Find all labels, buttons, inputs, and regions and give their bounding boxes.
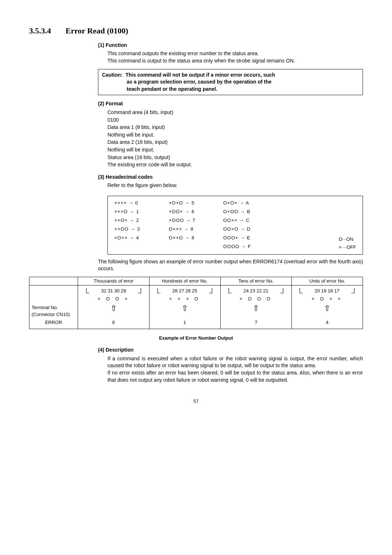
- figure-caption: Example of Error Number Output: [29, 335, 363, 341]
- up-arrow-icon: ⇧: [253, 304, 259, 313]
- heading-function: (1) Function: [98, 42, 363, 49]
- svg-text:20 19 18 17: 20 19 18 17: [315, 288, 340, 293]
- side2: (Connector CN10): [32, 312, 70, 317]
- arrow-cell: ⇧: [220, 304, 291, 318]
- hx: ×××O → 1: [114, 208, 158, 216]
- hx: OO×× → C: [223, 217, 267, 224]
- up-arrow-icon: ⇧: [324, 304, 330, 313]
- col-te: Tens of error No.: [220, 277, 291, 285]
- hex-col2: ×O×O → 5 ×OO× → 6 ×OOO → 7 O××× → 8 O××O…: [169, 200, 212, 251]
- pat-un: × O × ×: [291, 295, 363, 304]
- val-te: 7: [220, 319, 291, 329]
- hex-col3: O×O× → A O×OO → B OO×× → C OO×O → D OOO×…: [223, 200, 267, 251]
- hex-intro: Refer to the figure given below.: [107, 182, 363, 189]
- fmt-4: Data area 2 (16 bits, input): [107, 139, 363, 146]
- caution-box: Caution: This command will not be output…: [98, 69, 363, 96]
- arrow-cell: ⇧: [78, 304, 149, 318]
- fmt-7: The existing error code will be output.: [107, 161, 363, 169]
- fmt-2: Data area 1 (8 bits, input): [107, 124, 363, 131]
- hx: ×O×× → 4: [114, 235, 158, 242]
- legend-off: ×····OFF: [339, 244, 356, 251]
- hex-table: ×××× → 0 ×××O → 1 ××O× → 2 ××OO → 3 ×O××…: [107, 196, 363, 255]
- bracket-icon: 32 31 30 29: [85, 287, 143, 294]
- format-block: Command area (4 bits, input) 0100 Data a…: [107, 109, 363, 169]
- function-line1: This command outputs the existing error …: [107, 50, 363, 57]
- val-th: 6: [78, 319, 149, 329]
- hx: ×OO× → 6: [169, 208, 212, 216]
- hx: O×O× → A: [223, 200, 267, 207]
- legend-on: O···ON: [339, 236, 356, 243]
- up-arrow-icon: ⇧: [110, 304, 117, 313]
- content: (1) Function This command outputs the ex…: [98, 42, 363, 405]
- bracket-icon: 20 19 18 17: [298, 287, 356, 294]
- blank: [29, 285, 78, 295]
- bits-th: 32 31 30 29: [78, 285, 149, 295]
- caution-l2: as a program selection error, caused by …: [102, 78, 359, 86]
- hx: O××× → 8: [169, 226, 212, 233]
- bracket-icon: 28 27 26 25: [156, 287, 214, 294]
- page-number: 57: [29, 398, 363, 405]
- hx: ××OO → 3: [114, 226, 158, 233]
- fmt-1: 0100: [107, 117, 363, 124]
- blank-head: [29, 277, 78, 285]
- desc-p1: If a command is executed when a robot fa…: [107, 355, 363, 369]
- caution-label: Caution:: [102, 72, 123, 78]
- blank: [29, 295, 78, 304]
- heading-hex: (3) Hexadecimal codes: [98, 174, 363, 181]
- side1: Terminal No.: [32, 305, 58, 310]
- hx: ××O× → 2: [114, 217, 158, 224]
- section-header: 3.5.3.4 Error Read (0100): [29, 25, 363, 37]
- hx: ×OOO → 7: [169, 217, 212, 224]
- heading-format: (2) Format: [98, 100, 363, 108]
- bracket-icon: 24 23 22 21: [227, 287, 285, 294]
- val-hu: 1: [149, 319, 220, 329]
- bits-un: 20 19 18 17: [291, 285, 363, 295]
- hx: ×O×O → 5: [169, 200, 212, 207]
- hx: OOO× → E: [223, 235, 267, 242]
- caution-l1: This command will not be output if a min…: [126, 72, 275, 78]
- col-hu: Hundreds of error No.: [149, 277, 220, 285]
- hx: O××O → 8: [169, 235, 212, 242]
- arrow-cell: ⇧: [291, 304, 363, 318]
- hx: OO×O → D: [223, 226, 267, 233]
- svg-text:28 27 26 25: 28 27 26 25: [172, 288, 197, 293]
- section-title: Error Read (0100): [66, 25, 128, 37]
- bits-te: 24 23 22 21: [220, 285, 291, 295]
- up-arrow-icon: ⇧: [181, 304, 188, 313]
- fmt-6: Status area (16 bits, output): [107, 154, 363, 161]
- hx: O×OO → B: [223, 208, 267, 216]
- example-table: Thousands of error Hundreds of error No.…: [29, 277, 363, 329]
- svg-text:32 31 30 29: 32 31 30 29: [101, 288, 126, 293]
- desc-p2: If no error exists after an error has be…: [107, 369, 363, 384]
- val-un: 4: [291, 319, 363, 329]
- col-th: Thousands of error: [78, 277, 149, 285]
- side-label: Terminal No. (Connector CN10): [29, 304, 78, 318]
- pat-th: × O O ×: [78, 295, 149, 304]
- function-block: This command outputs the existing error …: [107, 50, 363, 64]
- col-un: Units of error No.: [291, 277, 363, 285]
- function-line2: This command is output to the status are…: [107, 57, 363, 65]
- hx: ×××× → 0: [114, 200, 158, 207]
- svg-text:24 23 22 21: 24 23 22 21: [244, 288, 269, 293]
- side3: ERROR: [29, 319, 78, 329]
- hex-col1: ×××× → 0 ×××O → 1 ××O× → 2 ××OO → 3 ×O××…: [114, 200, 158, 251]
- hex-legend: O···ON ×····OFF: [339, 200, 356, 251]
- hx: OOOO → F: [223, 243, 267, 251]
- heading-desc: (4) Description: [98, 347, 363, 354]
- caution-l3: teach pendant or the operating panel.: [102, 86, 359, 93]
- fmt-0: Command area (4 bits, input): [107, 109, 363, 116]
- pat-te: × O O O: [220, 295, 291, 304]
- arrow-cell: ⇧: [149, 304, 220, 318]
- fmt-5: Nothing will be input.: [107, 146, 363, 154]
- section-number: 3.5.3.4: [29, 25, 51, 37]
- fmt-3: Nothing will be input.: [107, 131, 363, 139]
- bits-hu: 28 27 26 25: [149, 285, 220, 295]
- pat-hu: × × × O: [149, 295, 220, 304]
- example-intro: The following figure shows an example of…: [98, 258, 363, 272]
